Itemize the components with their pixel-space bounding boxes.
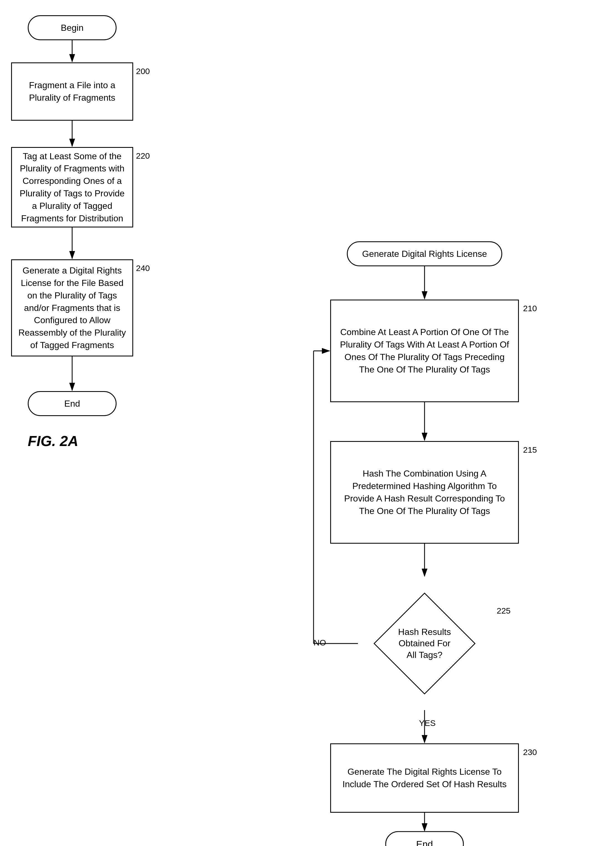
step-210-label: Combine At Least A Portion Of One Of The…	[331, 321, 518, 380]
svg-rect-13	[386, 831, 463, 846]
step-210-box: Combine At Least A Portion Of One Of The…	[330, 300, 519, 402]
no-label: NO	[313, 638, 326, 648]
ref-210: 210	[523, 304, 537, 313]
svg-text:End: End	[416, 839, 433, 846]
step-240-box: Generate a Digital Rights License for th…	[11, 259, 133, 357]
ref-220: 220	[136, 151, 150, 161]
diamond-225-wrap: Hash Results Obtained For All Tags?	[358, 577, 491, 710]
step-220-label: Tag at Least Some of the Plurality of Fr…	[12, 145, 132, 230]
end-label-2a: End	[58, 392, 86, 415]
generate-drl-start: Generate Digital Rights License	[347, 241, 502, 266]
step-215-label: Hash The Combination Using A Predetermin…	[331, 463, 518, 522]
step-200-box: Fragment a File into a Plurality of Frag…	[11, 62, 133, 120]
yes-label: YES	[419, 718, 436, 728]
diamond-225-text: Hash Results Obtained For All Tags?	[394, 626, 455, 661]
arrows-svg: End FIG. 2B	[0, 0, 616, 846]
ref-200: 200	[136, 66, 150, 76]
step-230-label: Generate The Digital Rights License To I…	[331, 761, 518, 796]
ref-215: 215	[523, 445, 537, 455]
ref-230: 230	[523, 748, 537, 757]
end-node-2a: End	[28, 391, 116, 416]
generate-drl-label: Generate Digital Rights License	[356, 243, 493, 265]
step-230-box: Generate The Digital Rights License To I…	[330, 743, 519, 813]
step-215-box: Hash The Combination Using A Predetermin…	[330, 441, 519, 543]
fig-2a-label: FIG. 2A	[28, 433, 78, 449]
diagram-container: Begin Fragment a File into a Plurality o…	[0, 0, 616, 846]
step-240-label: Generate a Digital Rights License for th…	[12, 259, 132, 357]
ref-225: 225	[497, 606, 510, 615]
step-200-label: Fragment a File into a Plurality of Frag…	[12, 74, 132, 109]
step-220-box: Tag at Least Some of the Plurality of Fr…	[11, 147, 133, 228]
begin-node: Begin	[28, 15, 116, 40]
begin-label: Begin	[55, 17, 90, 39]
ref-240: 240	[136, 263, 150, 273]
